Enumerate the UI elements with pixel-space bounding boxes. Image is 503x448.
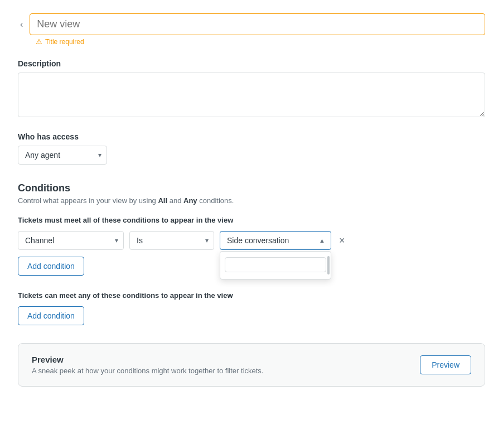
warning-icon: ⚠ <box>36 37 42 46</box>
all-conditions-label: Tickets must meet all of these condition… <box>18 216 485 224</box>
conditions-section: Conditions Control what appears in your … <box>18 182 485 325</box>
view-title-input[interactable] <box>30 13 485 35</box>
all-bold: All <box>158 196 167 205</box>
description-input[interactable] <box>18 73 485 117</box>
preview-card-title: Preview <box>32 355 264 364</box>
operator-select-wrapper: Is Is not Contains Does not contain <box>129 231 214 250</box>
validation-text: Title required <box>45 38 84 46</box>
description-section: Description <box>18 59 485 119</box>
back-button[interactable]: ‹ <box>18 18 25 31</box>
page-container: ‹ ⚠ Title required Description Who has a… <box>0 0 503 448</box>
value-dropdown-panel <box>220 251 331 280</box>
chevron-up-icon: ▲ <box>319 237 325 244</box>
description-label: Description <box>18 59 485 68</box>
preview-card-content: Preview A sneak peek at how your conditi… <box>32 355 264 375</box>
field-select-wrapper: Channel Status Priority Assignee Tags <box>18 231 124 250</box>
field-select[interactable]: Channel Status Priority Assignee Tags <box>18 231 124 250</box>
access-select[interactable]: Any agent Me only Group <box>18 146 107 165</box>
value-dropdown: Side conversation ▲ <box>220 231 331 250</box>
back-icon: ‹ <box>20 20 23 30</box>
any-conditions-section: Tickets can meet any of these conditions… <box>18 291 485 325</box>
value-dropdown-button[interactable]: Side conversation ▲ <box>220 231 331 250</box>
access-label: Who has access <box>18 132 485 141</box>
operator-select[interactable]: Is Is not Contains Does not contain <box>129 231 214 250</box>
dropdown-search-input[interactable] <box>225 257 326 272</box>
header-row: ‹ <box>18 13 485 35</box>
preview-card-description: A sneak peek at how your conditions migh… <box>32 367 264 375</box>
preview-button[interactable]: Preview <box>420 355 471 374</box>
condition-row: Channel Status Priority Assignee Tags Is… <box>18 231 485 250</box>
remove-condition-button[interactable]: × <box>337 233 347 248</box>
scrollbar <box>327 256 330 274</box>
add-all-condition-button[interactable]: Add condition <box>18 257 84 276</box>
preview-card: Preview A sneak peek at how your conditi… <box>18 343 485 387</box>
conditions-title: Conditions <box>18 182 485 194</box>
any-bold: Any <box>183 196 197 205</box>
access-section: Who has access Any agent Me only Group <box>18 132 485 165</box>
any-conditions-label: Tickets can meet any of these conditions… <box>18 291 485 300</box>
add-any-condition-button[interactable]: Add condition <box>18 306 84 325</box>
title-validation-message: ⚠ Title required <box>36 37 485 46</box>
value-dropdown-text: Side conversation <box>227 236 289 245</box>
access-select-wrapper: Any agent Me only Group <box>18 146 107 165</box>
close-icon: × <box>339 235 345 245</box>
conditions-description: Control what appears in your view by usi… <box>18 196 485 205</box>
